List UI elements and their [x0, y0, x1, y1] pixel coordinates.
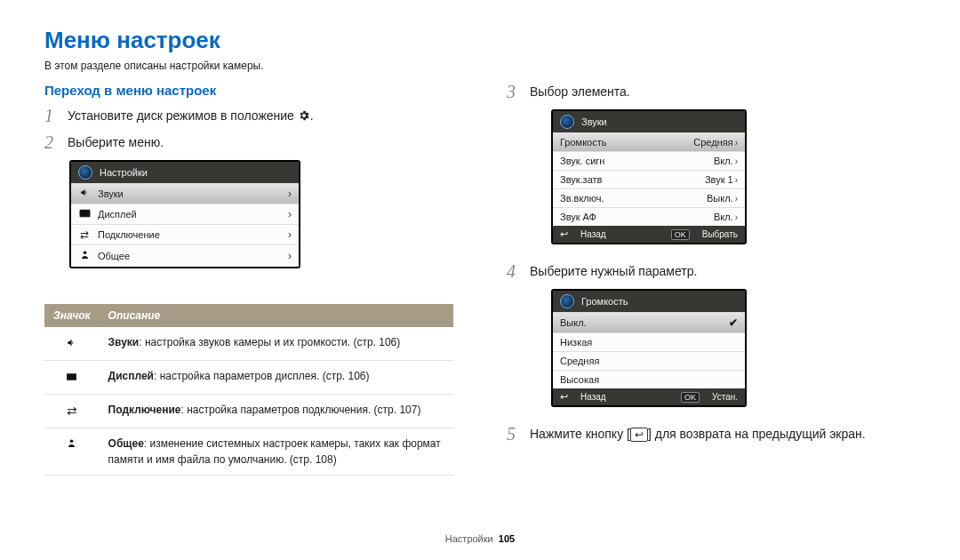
step-number: 4 — [507, 262, 519, 280]
menu-row[interactable]: Средняя — [553, 351, 745, 370]
table-row: Звуки: настройка звуков камеры и их гром… — [44, 327, 453, 361]
table-row: ⇄ Подключение: настройка параметров подк… — [44, 395, 453, 428]
panel-header-text: Звуки — [581, 116, 607, 127]
table-head-desc: Описание — [100, 304, 453, 327]
menu-row-label: Общее — [98, 251, 130, 261]
menu-row-label: Высокая — [560, 374, 599, 385]
footer-back-label: Назад — [580, 392, 606, 402]
menu-row-label: Выкл. — [560, 317, 587, 328]
svg-point-3 — [70, 439, 74, 443]
person-icon — [44, 428, 100, 476]
step-1: 1 Установите диск режимов в положение . — [44, 107, 453, 124]
menu-row-label: Зв.включ. — [560, 193, 604, 204]
menu-row[interactable]: Дисплей › — [71, 204, 299, 224]
menu-row[interactable]: Выкл. ✔ — [553, 312, 745, 332]
person-icon — [78, 249, 91, 263]
menu-row[interactable]: Высокая — [553, 370, 745, 388]
svg-rect-2 — [67, 373, 76, 380]
page-footer: Настройки 105 — [0, 533, 960, 544]
connection-icon: ⇄ — [44, 395, 100, 428]
step-number: 1 — [44, 107, 57, 124]
panel-footer: ↩ Назад OK Выбрать — [553, 226, 745, 243]
panel-header-text: Настройки — [100, 167, 148, 178]
lens-icon — [560, 294, 574, 308]
menu-row[interactable]: Зв.включ. Выкл.› — [553, 188, 745, 207]
step-number: 3 — [507, 83, 519, 100]
step-4: 4 Выберите нужный параметр. — [507, 262, 916, 280]
display-icon — [78, 208, 91, 220]
step-number: 2 — [44, 133, 57, 151]
menu-row-label: Звук. сигн — [560, 156, 604, 166]
check-icon: ✔ — [729, 316, 738, 329]
section-title: Переход в меню настроек — [44, 83, 453, 98]
step-text: Выберите нужный параметр. — [530, 262, 697, 278]
menu-row[interactable]: ⇄ Подключение › — [71, 224, 299, 244]
step-text: Выберите меню. — [68, 133, 164, 149]
page-title: Меню настроек — [44, 27, 916, 54]
icon-description-table: Значок Описание Звуки: настройка звуков … — [44, 304, 453, 476]
chevron-right-icon: › — [288, 250, 292, 262]
table-head-icon: Значок — [44, 304, 100, 327]
chevron-right-icon: › — [288, 228, 292, 241]
menu-row[interactable]: Низкая — [553, 332, 745, 351]
right-column: 3 Выбор элемента. Звуки Громкость Средня… — [507, 83, 916, 476]
chevron-right-icon: › — [735, 175, 738, 185]
table-row: Дисплей: настройка параметров дисплея. (… — [44, 361, 453, 395]
chevron-right-icon: › — [735, 212, 738, 222]
ok-button-indicator[interactable]: OK — [671, 229, 690, 240]
menu-row-label: Звуки — [98, 188, 124, 199]
chevron-right-icon: › — [288, 188, 292, 200]
panel-footer: ↩ Назад OK Устан. — [553, 388, 745, 405]
menu-row[interactable]: Звуки › — [71, 183, 299, 204]
volume-panel: Громкость Выкл. ✔ Низкая Средняя Высокая… — [551, 289, 747, 407]
menu-row-label: Громкость — [560, 137, 606, 148]
return-icon: ↩ — [630, 428, 648, 442]
menu-row-label: Средняя — [560, 356, 599, 366]
sounds-panel: Звуки Громкость Средняя› Звук. сигн Вкл.… — [551, 109, 747, 244]
menu-row[interactable]: Общее › — [71, 244, 299, 267]
panel-header-text: Громкость — [581, 296, 628, 307]
menu-row-label: Дисплей — [98, 209, 137, 220]
footer-back-label: Назад — [580, 229, 606, 239]
menu-row-label: Низкая — [560, 337, 592, 348]
connection-icon: ⇄ — [78, 228, 91, 241]
lens-icon — [78, 165, 92, 180]
table-row: Общее: изменение системных настроек каме… — [44, 428, 453, 476]
panel-header: Громкость — [553, 291, 745, 312]
speaker-icon — [44, 327, 100, 361]
step-text: Нажмите кнопку [↩] для возврата на преды… — [530, 425, 866, 442]
return-icon[interactable]: ↩ — [560, 228, 568, 240]
menu-row[interactable]: Звук. сигн Вкл.› — [553, 151, 745, 170]
chevron-right-icon: › — [735, 194, 738, 204]
footer-ok-label: Выбрать — [702, 229, 738, 239]
menu-row-label: Звук.затв — [560, 174, 602, 185]
step-text: Установите диск режимов в положение . — [68, 107, 314, 124]
menu-row[interactable]: Звук.затв Звук 1› — [553, 170, 745, 188]
step-text: Выбор элемента. — [530, 83, 630, 99]
step-number: 5 — [507, 425, 519, 443]
svg-rect-0 — [80, 210, 90, 217]
step-5: 5 Нажмите кнопку [↩] для возврата на пре… — [507, 425, 916, 443]
panel-header: Настройки — [71, 162, 299, 183]
gear-icon — [298, 109, 310, 124]
chevron-right-icon: › — [288, 208, 292, 220]
menu-row-label: Звук АФ — [560, 212, 596, 222]
speaker-icon — [78, 188, 91, 200]
page-intro: В этом разделе описаны настройки камеры. — [44, 60, 916, 72]
left-column: Переход в меню настроек 1 Установите дис… — [44, 83, 453, 476]
step-3: 3 Выбор элемента. — [507, 83, 916, 100]
menu-row-label: Подключение — [98, 229, 160, 240]
menu-row[interactable]: Громкость Средняя› — [553, 132, 745, 151]
return-icon[interactable]: ↩ — [560, 391, 568, 403]
display-icon — [44, 361, 100, 395]
svg-point-1 — [83, 251, 86, 254]
step-2: 2 Выберите меню. — [44, 133, 453, 151]
menu-row[interactable]: Звук АФ Вкл.› — [553, 207, 745, 226]
panel-header: Звуки — [553, 111, 745, 132]
footer-ok-label: Устан. — [712, 392, 738, 402]
chevron-right-icon: › — [735, 138, 738, 148]
chevron-right-icon: › — [735, 156, 738, 166]
ok-button-indicator[interactable]: OK — [681, 392, 700, 403]
settings-panel: Настройки Звуки › Дисплей › ⇄ Подкл — [69, 160, 300, 268]
lens-icon — [560, 115, 574, 129]
